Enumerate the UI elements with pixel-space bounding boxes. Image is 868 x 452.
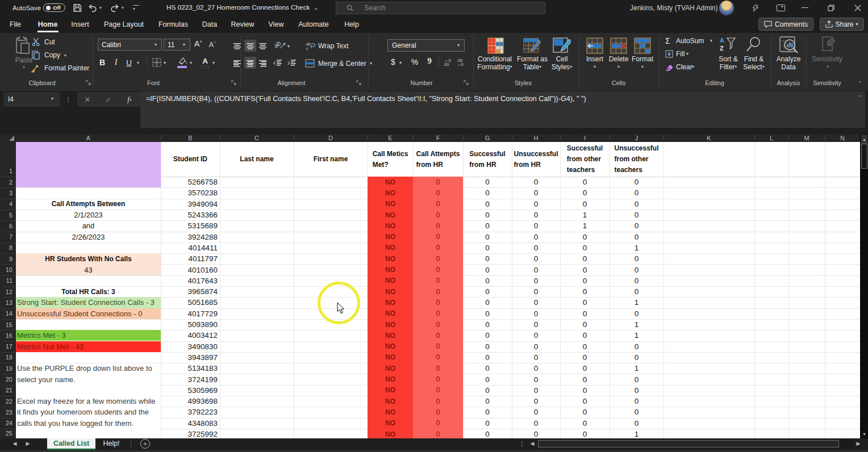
svg-text:c: c [306,47,308,51]
svg-text:.00: .00 [443,62,449,66]
svg-text:Z: Z [720,45,724,52]
svg-text:A: A [720,37,724,44]
svg-text:ab: ab [306,42,311,46]
svg-text:→0: →0 [457,62,464,66]
